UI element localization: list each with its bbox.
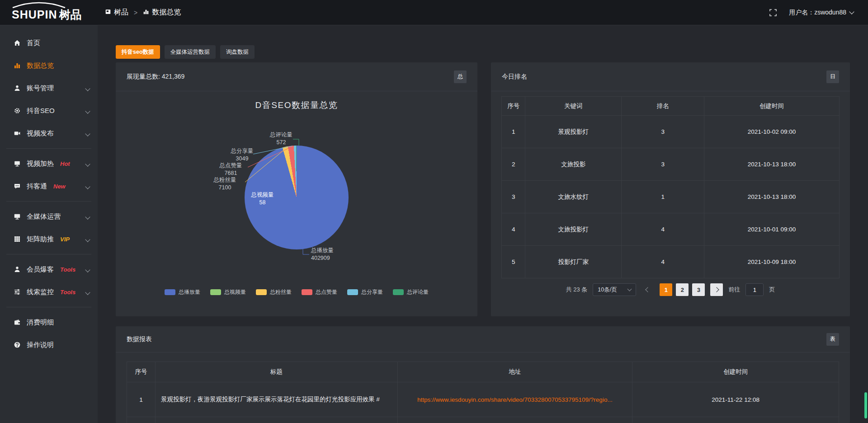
ranking-panel-header: 今日排名 日 — [491, 62, 850, 91]
sidebar-item-instructions[interactable]: 操作说明 — [0, 334, 98, 356]
fullscreen-icon[interactable] — [769, 9, 777, 17]
chart-title: D音SEO数据量总览 — [116, 99, 477, 111]
overview-panel: 展现量总数: 421,369 总 D音SEO数据量总览 总评论量 572 总分享… — [116, 62, 477, 316]
chat-icon — [14, 183, 21, 190]
sidebar-item-clue-monitor[interactable]: 线索监控Tools — [0, 281, 98, 303]
sidebar-item-label: 消费明细 — [27, 318, 54, 327]
legend-item[interactable]: 总分享量 — [347, 288, 383, 296]
scrollbar-thumb[interactable] — [864, 392, 867, 418]
logo-arc — [10, 1, 68, 8]
cell: 4 — [502, 213, 525, 246]
sidebar-item-badge: VIP — [60, 236, 70, 243]
page-size-select[interactable]: 10条/页 — [593, 283, 636, 296]
ranking-table: 序号关键词排名创建时间 1景观投影灯32021-10-02 09:002文旅投影… — [501, 96, 840, 278]
goto-page-input[interactable] — [745, 283, 764, 296]
wallet-icon — [14, 319, 21, 326]
sidebar-item-home[interactable]: 首页 — [0, 32, 98, 54]
legend-swatch — [165, 289, 175, 295]
cell: 3 — [622, 116, 704, 148]
chevron-down-icon — [86, 160, 90, 168]
sidebar-item-label: 线索监控 — [27, 288, 54, 296]
breadcrumb-separator: > — [134, 9, 137, 16]
report-tbody: 1景观投影灯，夜游景观投影灯厂家展示展示落花灯在花园里的灯光投影应用效果 #ht… — [127, 382, 839, 423]
table-toggle-button[interactable]: 表 — [826, 333, 839, 346]
cell: 文旅水纹灯 — [525, 181, 622, 213]
chart-legend: 总播放量总视频量总粉丝量总点赞量总分享量总评论量 — [116, 288, 477, 296]
person-icon — [14, 266, 21, 273]
cell: 文旅投影 — [525, 148, 622, 181]
sidebar-item-media-operation[interactable]: 全媒体运营 — [0, 205, 98, 228]
legend-swatch — [256, 289, 267, 295]
sidebar-item-badge: New — [53, 183, 66, 190]
cell: 2021-11-22 12:08 — [632, 382, 839, 417]
cell: 文旅投影灯 — [525, 213, 622, 246]
sidebar-item-video-heat[interactable]: 视频加热Hot — [0, 152, 98, 175]
tab-3[interactable]: 询盘数据 — [220, 45, 255, 59]
table-row: 2文旅投影32021-10-13 18:00 — [502, 148, 840, 181]
report-link[interactable]: https://www.iesdouyin.com/share/video/70… — [417, 396, 613, 403]
legend-swatch — [302, 289, 312, 295]
pie-chart-area: D音SEO数据量总览 总评论量 572 总分享量 3049 总点赞量 7681 … — [116, 91, 477, 316]
next-page-button[interactable] — [710, 283, 723, 296]
tab-bar: 抖音seo数据全媒体运营数据询盘数据 — [116, 45, 255, 59]
legend-item[interactable]: 总点赞量 — [302, 288, 337, 296]
pie-label-fans: 总粉丝量 7100 — [206, 176, 244, 192]
goto-label: 前往 — [728, 286, 740, 294]
chevron-right-icon — [714, 287, 719, 292]
sidebar-item-label: 抖客通 — [27, 182, 47, 191]
page-button-3[interactable]: 3 — [692, 283, 705, 296]
sidebar-divider — [6, 148, 91, 149]
sidebar-divider — [6, 254, 91, 254]
legend-item[interactable]: 总播放量 — [165, 288, 200, 296]
table-row: 4文旅投影灯42021-10-01 09:00 — [502, 213, 840, 246]
legend-label: 总粉丝量 — [270, 288, 292, 296]
sidebar-item-douketong[interactable]: 抖客通New — [0, 175, 98, 197]
cell: 景观投影灯，夜游景观投影灯厂家展示展示落花灯在花园里的灯光投影应用效果 # — [156, 382, 398, 417]
pie-label-comments: 总评论量 572 — [265, 131, 297, 146]
sidebar-item-account-management[interactable]: 账号管理 — [0, 77, 98, 99]
sidebar-item-video-publish[interactable]: 视频发布 — [0, 122, 98, 145]
sliders-icon — [14, 288, 21, 296]
legend-item[interactable]: 总粉丝量 — [256, 288, 292, 296]
cell: 3 — [502, 181, 525, 213]
chevron-down-icon — [849, 9, 854, 14]
chevron-down-icon — [627, 287, 632, 291]
legend-item[interactable]: 总视频量 — [210, 288, 246, 296]
page-button-1[interactable]: 1 — [660, 283, 672, 296]
day-toggle-button[interactable]: 日 — [826, 70, 839, 83]
sidebar-item-consumption-detail[interactable]: 消费明细 — [0, 311, 98, 334]
chevron-down-icon — [86, 265, 90, 273]
table-row — [127, 417, 839, 423]
cell: https://www.iesdouyin.com/share/video/70… — [397, 382, 632, 417]
pagination: 共 23 条 10条/页 123 前往 页 — [491, 283, 850, 296]
page-button-2[interactable]: 2 — [676, 283, 689, 296]
sidebar-item-data-overview[interactable]: 数据总览 — [0, 54, 98, 77]
cell: 2021-10-13 18:00 — [704, 148, 840, 181]
column-header: 标题 — [156, 362, 398, 382]
tab-2[interactable]: 全媒体运营数据 — [165, 45, 216, 59]
legend-swatch — [210, 289, 221, 295]
report-panel-title: 数据报表 — [127, 335, 152, 343]
user-menu[interactable]: 用户名：zswodun88 — [789, 9, 854, 17]
bar-chart-icon — [143, 9, 149, 17]
legend-label: 总视频量 — [224, 288, 246, 296]
sidebar-item-douyin-seo[interactable]: 抖音SEO — [0, 99, 98, 122]
app-window-icon — [105, 9, 111, 17]
page-size-value: 10条/页 — [598, 286, 617, 294]
ranking-panel-title: 今日排名 — [502, 73, 527, 81]
legend-item[interactable]: 总评论量 — [393, 288, 429, 296]
sidebar-item-matrix-boost[interactable]: 矩阵助推VIP — [0, 228, 98, 250]
cell: 2021-10-02 09:00 — [704, 116, 840, 148]
bar-chart-icon — [14, 62, 21, 69]
tab-1[interactable]: 抖音seo数据 — [116, 45, 160, 59]
ranking-tbody: 1景观投影灯32021-10-02 09:002文旅投影32021-10-13 … — [502, 116, 840, 278]
chevron-down-icon — [86, 84, 90, 92]
sidebar-menu: 首页数据总览账号管理抖音SEO视频发布视频加热Hot抖客通New全媒体运营矩阵助… — [0, 25, 98, 423]
prev-page-button[interactable] — [642, 283, 654, 296]
breadcrumb-item-home[interactable]: 树品 — [105, 8, 128, 17]
sidebar-item-label: 数据总览 — [27, 61, 54, 70]
cell: 4 — [622, 246, 704, 278]
table-header-row: 序号标题地址创建时间 — [127, 362, 839, 382]
sidebar-item-member-burst[interactable]: 会员爆客Tools — [0, 258, 98, 281]
total-toggle-button[interactable]: 总 — [454, 70, 467, 83]
